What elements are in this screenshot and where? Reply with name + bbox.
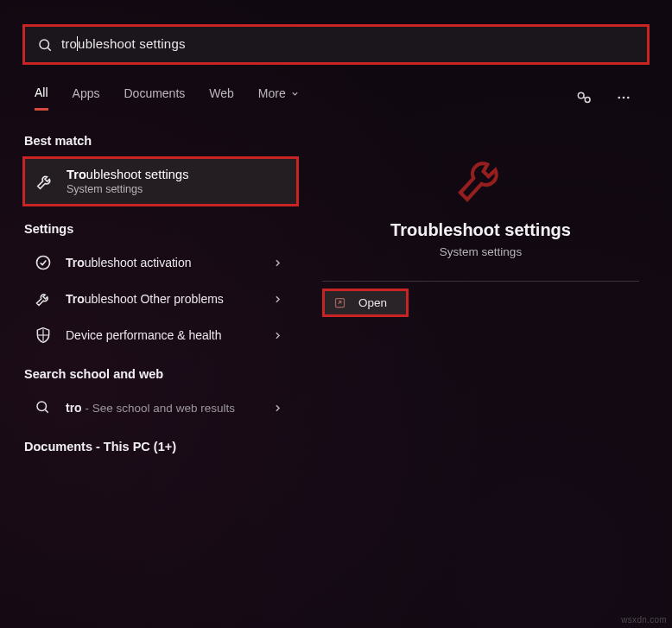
more-options-icon[interactable] bbox=[610, 84, 637, 111]
results-list: Best match Troubleshoot settings System … bbox=[22, 127, 299, 462]
result-label: Troubleshoot Other problems bbox=[66, 292, 258, 306]
svg-point-0 bbox=[40, 40, 49, 49]
filter-tabs: All Apps Documents Web More bbox=[22, 84, 650, 111]
settings-result-health[interactable]: Device performance & health bbox=[22, 317, 299, 353]
results-content: Best match Troubleshoot settings System … bbox=[22, 127, 650, 462]
wrench-icon bbox=[35, 290, 52, 308]
chevron-down-icon bbox=[290, 89, 300, 98]
result-label: Troubleshoot activation bbox=[66, 256, 258, 270]
tab-web[interactable]: Web bbox=[209, 86, 234, 109]
search-icon bbox=[35, 399, 52, 416]
chevron-right-icon bbox=[272, 330, 283, 341]
svg-line-12 bbox=[45, 409, 48, 412]
best-match-title: Troubleshoot settings bbox=[67, 168, 189, 181]
svg-line-4 bbox=[583, 97, 586, 98]
search-input-container[interactable]: troubleshoot settings bbox=[22, 24, 650, 65]
svg-point-6 bbox=[623, 97, 625, 99]
detail-panel: Troubleshoot settings System settings Op… bbox=[312, 127, 650, 462]
search-icon bbox=[37, 37, 53, 53]
detail-subtitle: System settings bbox=[440, 245, 522, 258]
shield-icon bbox=[35, 327, 52, 344]
network-rewards-icon[interactable] bbox=[570, 84, 598, 111]
divider bbox=[322, 281, 639, 282]
best-match-subtitle: System settings bbox=[67, 183, 189, 195]
svg-point-8 bbox=[37, 257, 50, 270]
svg-point-5 bbox=[618, 97, 620, 99]
open-action[interactable]: Open bbox=[322, 289, 409, 317]
wrench-icon bbox=[453, 151, 509, 206]
search-window: troubleshoot settings All Apps Documents… bbox=[0, 0, 672, 462]
result-label: Device performance & health bbox=[66, 328, 258, 342]
chevron-right-icon bbox=[272, 403, 283, 414]
settings-heading: Settings bbox=[22, 215, 299, 244]
check-circle-icon bbox=[35, 254, 52, 271]
open-icon bbox=[333, 296, 346, 309]
open-label: Open bbox=[358, 296, 387, 309]
best-match-text: Troubleshoot settings System settings bbox=[67, 168, 189, 195]
svg-point-11 bbox=[37, 402, 47, 411]
documents-heading: Documents - This PC (1+) bbox=[22, 433, 299, 462]
chevron-right-icon bbox=[272, 257, 283, 269]
tab-more[interactable]: More bbox=[258, 86, 300, 109]
svg-point-7 bbox=[627, 97, 630, 99]
search-input-text[interactable]: troubleshoot settings bbox=[61, 36, 186, 54]
chevron-right-icon bbox=[272, 294, 283, 305]
best-match-result[interactable]: Troubleshoot settings System settings bbox=[22, 156, 299, 206]
tab-documents[interactable]: Documents bbox=[124, 86, 185, 109]
settings-result-other[interactable]: Troubleshoot Other problems bbox=[22, 281, 299, 317]
watermark: wsxdn.com bbox=[621, 615, 667, 625]
web-heading: Search school and web bbox=[22, 360, 299, 390]
result-label: tro - See school and web results bbox=[66, 401, 258, 415]
tab-apps[interactable]: Apps bbox=[73, 86, 100, 109]
wrench-icon bbox=[35, 172, 54, 191]
web-result[interactable]: tro - See school and web results bbox=[22, 390, 299, 426]
detail-title: Troubleshoot settings bbox=[390, 220, 571, 240]
settings-result-activation[interactable]: Troubleshoot activation bbox=[22, 244, 299, 281]
best-match-heading: Best match bbox=[22, 127, 299, 156]
tab-all[interactable]: All bbox=[35, 86, 48, 111]
svg-line-1 bbox=[48, 48, 50, 50]
